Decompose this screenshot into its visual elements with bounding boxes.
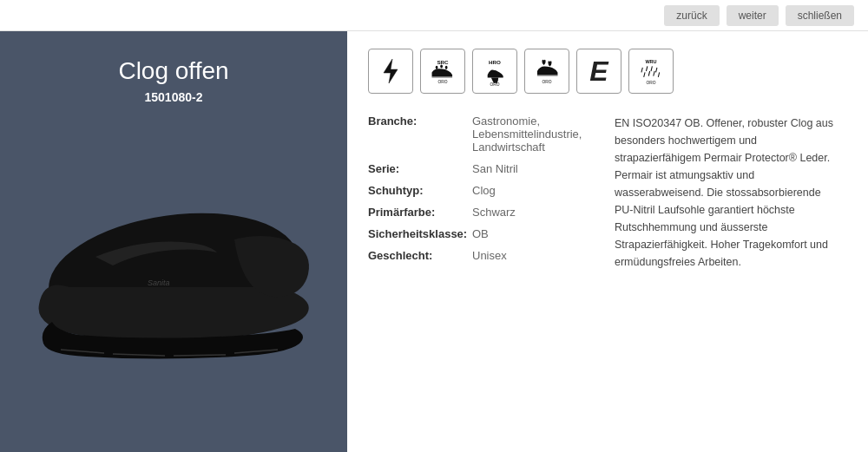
main-content: Clog offen 1501080-2 Sanita bbox=[0, 31, 868, 452]
detail-row-geschlecht: Geschlecht: Unisex bbox=[368, 249, 594, 262]
product-image-area: Sanita bbox=[17, 121, 330, 435]
product-description: EN ISO20347 OB. Offener, robuster Clog a… bbox=[615, 115, 840, 271]
details-table: Branche: Gastronomie,Lebensmittelindustr… bbox=[368, 115, 594, 271]
svg-text:SRC: SRC bbox=[437, 59, 449, 65]
detail-row-schuhtyp: Schuhtyp: Clog bbox=[368, 184, 594, 197]
icon-water: ORO bbox=[524, 49, 569, 94]
detail-row-serie: Serie: San Nitril bbox=[368, 162, 594, 175]
next-button[interactable]: weiter bbox=[727, 5, 779, 26]
icon-src: SRC ORO bbox=[420, 49, 465, 94]
svg-text:ORO: ORO bbox=[490, 82, 500, 87]
icon-lightning bbox=[368, 49, 413, 94]
svg-point-8 bbox=[436, 66, 438, 69]
right-panel: SRC ORO HRO bbox=[347, 31, 868, 452]
left-panel: Clog offen 1501080-2 Sanita bbox=[0, 31, 347, 452]
svg-point-10 bbox=[445, 66, 448, 69]
value-farbe: Schwarz bbox=[472, 206, 516, 219]
value-geschlecht: Unisex bbox=[472, 249, 507, 262]
svg-line-20 bbox=[644, 72, 645, 77]
value-branche: Gastronomie,Lebensmittelindustrie,Landwi… bbox=[472, 115, 582, 154]
label-geschlecht: Geschlecht: bbox=[368, 249, 472, 262]
label-farbe: Primärfarbe: bbox=[368, 206, 472, 219]
label-schuhtyp: Schuhtyp: bbox=[368, 184, 472, 197]
detail-row-branche: Branche: Gastronomie,Lebensmittelindustr… bbox=[368, 115, 594, 154]
svg-text:ORO: ORO bbox=[438, 80, 448, 84]
icon-e: E bbox=[576, 49, 621, 94]
svg-text:ORO: ORO bbox=[647, 81, 656, 85]
svg-line-19 bbox=[656, 68, 657, 73]
back-button[interactable]: zurück bbox=[664, 5, 719, 26]
svg-line-4 bbox=[174, 355, 226, 356]
svg-text:ORO: ORO bbox=[542, 80, 552, 84]
icon-hro: HRO ORO bbox=[472, 49, 517, 94]
value-sicherheit: OB bbox=[472, 227, 489, 240]
value-serie: San Nitril bbox=[472, 162, 518, 175]
svg-line-21 bbox=[648, 71, 649, 76]
svg-line-17 bbox=[646, 66, 647, 71]
shoe-image: Sanita bbox=[26, 192, 321, 365]
product-code: 1501080-2 bbox=[145, 90, 203, 104]
svg-line-22 bbox=[654, 71, 654, 76]
svg-line-18 bbox=[651, 66, 652, 71]
label-branche: Branche: bbox=[368, 115, 472, 128]
product-title: Clog offen bbox=[118, 57, 228, 85]
svg-line-16 bbox=[641, 68, 642, 73]
close-button[interactable]: schließen bbox=[786, 5, 854, 26]
icon-wru: WRU ORO bbox=[628, 49, 674, 94]
label-serie: Serie: bbox=[368, 162, 472, 175]
svg-text:Sanita: Sanita bbox=[148, 278, 170, 287]
svg-point-9 bbox=[440, 64, 443, 68]
detail-row-sicherheit: Sicherheitsklasse: OB bbox=[368, 227, 594, 240]
details-and-desc: Branche: Gastronomie,Lebensmittelindustr… bbox=[368, 115, 847, 271]
svg-text:HRO: HRO bbox=[489, 59, 501, 65]
detail-row-farbe: Primärfarbe: Schwarz bbox=[368, 206, 594, 219]
icons-row: SRC ORO HRO bbox=[368, 49, 847, 94]
svg-marker-6 bbox=[384, 59, 398, 83]
value-schuhtyp: Clog bbox=[472, 184, 496, 197]
svg-text:WRU: WRU bbox=[645, 59, 656, 64]
label-sicherheit: Sicherheitsklasse: bbox=[368, 227, 472, 240]
top-bar: zurück weiter schließen bbox=[0, 0, 868, 31]
svg-line-23 bbox=[658, 72, 659, 77]
